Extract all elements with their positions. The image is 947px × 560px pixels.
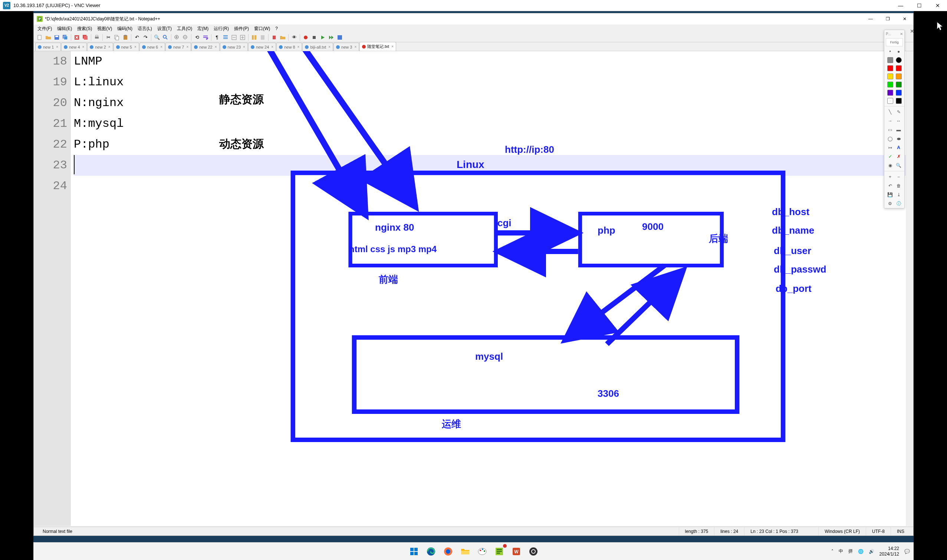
tb-foldall-icon[interactable] bbox=[230, 34, 238, 41]
tb-doclist-icon[interactable] bbox=[250, 34, 258, 41]
menu-run[interactable]: 运行(R) bbox=[212, 25, 230, 32]
menu-help[interactable]: ? bbox=[274, 25, 279, 32]
tab-new4[interactable]: new 4× bbox=[61, 43, 87, 51]
tool-undo-icon[interactable]: ↶ bbox=[887, 183, 893, 189]
tab-close-icon[interactable]: × bbox=[243, 45, 245, 49]
tab-new24[interactable]: new 24× bbox=[248, 43, 276, 51]
tb-close-icon[interactable] bbox=[73, 34, 80, 41]
palette-done-button[interactable]: Fertig bbox=[886, 38, 903, 46]
tab-new7[interactable]: new 7× bbox=[165, 43, 191, 51]
tb-redo-icon[interactable]: ↷ bbox=[142, 34, 149, 41]
tab-new1[interactable]: new 1× bbox=[35, 43, 61, 51]
swatch-green[interactable] bbox=[887, 82, 893, 88]
menu-edit[interactable]: 编辑(E) bbox=[55, 25, 74, 32]
tab-new5[interactable]: new 5× bbox=[114, 43, 139, 51]
task-paint-icon[interactable] bbox=[476, 545, 489, 558]
tb-new-icon[interactable] bbox=[36, 34, 43, 41]
menu-window[interactable]: 窗口(W) bbox=[253, 25, 271, 32]
tab-close-icon[interactable]: × bbox=[271, 45, 273, 49]
tool-stamp-icon[interactable]: ◉ bbox=[887, 162, 893, 169]
tool-fillrect-icon[interactable]: ▬ bbox=[895, 126, 902, 133]
swatch-white[interactable] bbox=[887, 98, 893, 104]
code-area[interactable]: LNMP L:linux N:nginx M:mysql P:php bbox=[71, 51, 906, 526]
tool-doublearrow-icon[interactable]: ↔ bbox=[895, 118, 902, 124]
tb-undo-icon[interactable]: ↶ bbox=[133, 34, 140, 41]
tool-settings-icon[interactable]: ⚙ bbox=[887, 200, 893, 207]
task-firefox-icon[interactable] bbox=[441, 545, 455, 558]
tab-close-icon[interactable]: × bbox=[56, 45, 58, 49]
vnc-close-button[interactable]: ✕ bbox=[929, 0, 947, 11]
npp-maximize-button[interactable]: ❐ bbox=[879, 13, 896, 25]
tab-close-icon[interactable]: × bbox=[215, 45, 217, 49]
swatch-red2[interactable] bbox=[896, 65, 902, 71]
tool-pen-icon[interactable]: ✎ bbox=[895, 109, 902, 115]
tab-close-icon[interactable]: × bbox=[354, 45, 356, 49]
tool-line-icon[interactable]: ╲ bbox=[887, 109, 893, 115]
size-large-icon[interactable]: ● bbox=[895, 48, 902, 55]
annotation-palette[interactable]: P... ✕ Fertig • ● ╲✎ →↔ ▭▬ ◯⬬ ↦A bbox=[884, 30, 905, 208]
swatch-red[interactable] bbox=[887, 65, 893, 71]
tb-cut-icon[interactable]: ✂ bbox=[105, 34, 112, 41]
tab-new3[interactable]: new 3× bbox=[334, 43, 359, 51]
menu-search[interactable]: 搜索(S) bbox=[75, 25, 94, 32]
tray-volume-icon[interactable]: 🔊 bbox=[869, 549, 874, 554]
npp-scrollbar[interactable] bbox=[906, 51, 913, 526]
tab-new23[interactable]: new 23× bbox=[220, 43, 248, 51]
swatch-purple[interactable] bbox=[887, 90, 893, 96]
task-obs-icon[interactable] bbox=[527, 545, 540, 558]
swatch-darkgreen[interactable] bbox=[896, 82, 902, 88]
tb-playmulti-icon[interactable] bbox=[328, 34, 335, 41]
tray-clock[interactable]: 14:22 2024/1/12 bbox=[879, 546, 899, 557]
tb-sync-icon[interactable]: ⟲ bbox=[193, 34, 201, 41]
tool-trash-icon[interactable]: 🗑 bbox=[895, 183, 902, 189]
menu-macro[interactable]: 宏(M) bbox=[196, 25, 210, 32]
palette-close-icon[interactable]: ✕ bbox=[900, 32, 903, 36]
tray-notifications-icon[interactable]: 💬 bbox=[904, 549, 910, 554]
tab-bijiall[interactable]: biji-all.txt× bbox=[302, 43, 333, 51]
tb-save-icon[interactable] bbox=[53, 34, 60, 41]
tb-monitor-icon[interactable]: 👁 bbox=[291, 34, 298, 41]
vnc-minimize-button[interactable]: — bbox=[892, 0, 910, 11]
task-notepadpp-icon[interactable] bbox=[493, 545, 506, 558]
menu-settings[interactable]: 设置(T) bbox=[156, 25, 173, 32]
task-wps-icon[interactable]: W bbox=[510, 545, 523, 558]
menu-plugins[interactable]: 插件(P) bbox=[233, 25, 250, 32]
swatch-blue[interactable] bbox=[896, 90, 902, 96]
tab-new6[interactable]: new 6× bbox=[140, 43, 165, 51]
tb-indent-icon[interactable] bbox=[222, 34, 229, 41]
tool-dimarrow-icon[interactable]: ↦ bbox=[887, 144, 893, 151]
tool-magnify-icon[interactable]: 🔍 bbox=[895, 162, 902, 169]
tb-replace-icon[interactable] bbox=[162, 34, 169, 41]
tab-notes-active[interactable]: 随堂笔记.txt× bbox=[359, 42, 396, 51]
tab-close-icon[interactable]: × bbox=[160, 45, 162, 49]
menu-tools[interactable]: 工具(O) bbox=[176, 25, 194, 32]
tb-unfoldall-icon[interactable] bbox=[239, 34, 246, 41]
tool-text-icon[interactable]: A bbox=[895, 144, 902, 151]
tab-close-icon[interactable]: × bbox=[108, 45, 111, 49]
tb-savemacro-icon[interactable] bbox=[336, 34, 343, 41]
npp-editor[interactable]: 18 19 20 21 22 23 24 LNMP L:linux N:ngin… bbox=[34, 51, 906, 526]
tab-close-icon[interactable]: × bbox=[391, 45, 394, 49]
menu-encoding[interactable]: 编码(N) bbox=[116, 25, 134, 32]
tb-open-icon[interactable] bbox=[45, 34, 52, 41]
tb-paste-icon[interactable] bbox=[122, 34, 129, 41]
tab-new22[interactable]: new 22× bbox=[191, 43, 219, 51]
tb-find-icon[interactable]: 🔍 bbox=[153, 34, 161, 41]
npp-close-button[interactable]: ✕ bbox=[896, 13, 913, 25]
npp-floating-close-icon[interactable]: ✕ bbox=[910, 28, 915, 34]
swatch-yellow[interactable] bbox=[887, 74, 893, 79]
tb-docmap-icon[interactable] bbox=[259, 34, 266, 41]
menu-view[interactable]: 视图(V) bbox=[96, 25, 114, 32]
tab-new2[interactable]: new 2× bbox=[87, 43, 113, 51]
swatch-orange[interactable] bbox=[896, 74, 902, 79]
tool-fillellipse-icon[interactable]: ⬬ bbox=[895, 135, 902, 142]
swatch-black[interactable] bbox=[896, 98, 902, 104]
tb-saveall-icon[interactable] bbox=[62, 34, 69, 41]
tray-chevron-icon[interactable]: ˄ bbox=[831, 549, 833, 554]
start-button[interactable] bbox=[407, 545, 420, 558]
tray-ime-engine[interactable]: 拼 bbox=[848, 548, 853, 554]
tb-allchars-icon[interactable]: ¶ bbox=[213, 34, 221, 41]
tool-ellipse-icon[interactable]: ◯ bbox=[887, 135, 893, 142]
tool-cross-icon[interactable]: ✗ bbox=[895, 153, 902, 160]
swatch-black-circle[interactable] bbox=[896, 57, 902, 63]
